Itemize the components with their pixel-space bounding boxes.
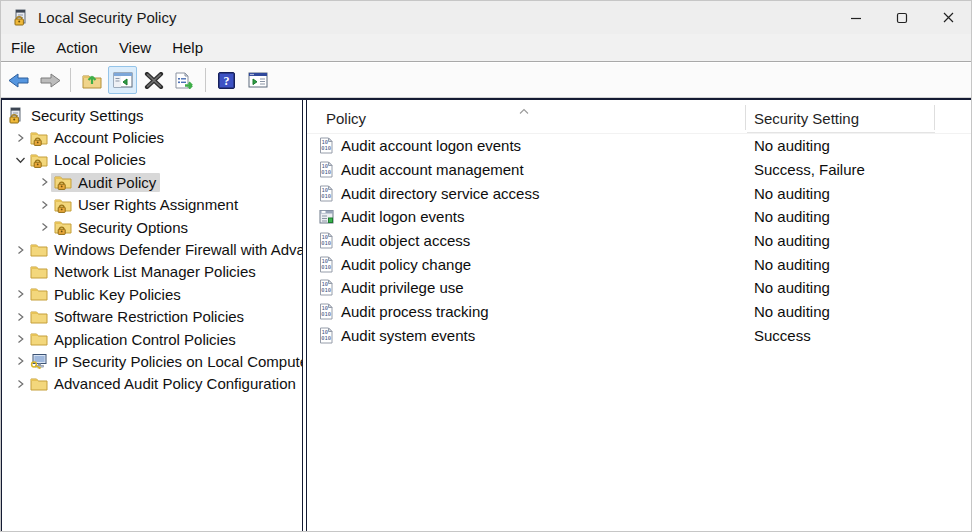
policy-row-audit-account-logon-events[interactable]: 10 010Audit account logon eventsNo audit… [307,134,971,158]
tree-item-label: Windows Defender Firewall with Advanced … [54,241,303,258]
menu-help[interactable]: Help [172,39,203,56]
tree-item-label: User Rights Assignment [78,196,238,213]
close-button[interactable] [925,1,971,34]
policy-row-audit-process-tracking[interactable]: 10 010Audit process trackingNo auditing [307,300,971,324]
tree-item-label: Local Policies [54,151,146,168]
help-button[interactable]: ? [212,66,241,94]
policy-name: Audit object access [341,232,470,249]
menu-view[interactable]: View [119,39,151,56]
details-pane: Policy Security Setting 10 010Audit acco… [306,100,972,531]
up-one-level-button[interactable] [77,66,106,94]
tree-item-windows-defender-firewall-with-advanced-security[interactable]: Windows Defender Firewall with Advanced … [2,238,302,260]
security-setting-value: No auditing [754,185,830,202]
tree-item-label: Software Restriction Policies [54,308,244,325]
tree-node[interactable]: Software Restriction Policies [27,307,248,326]
policy-name: Audit account management [341,161,524,178]
back-button[interactable] [4,66,33,94]
tree-node[interactable]: Network List Manager Policies [27,262,260,281]
tree-item-public-key-policies[interactable]: Public Key Policies [2,283,302,305]
console-tree-pane: Security Settings Account Policies Local… [1,100,303,531]
security-setting-value: Success, Failure [754,161,865,178]
tree-item-label: Audit Policy [78,174,156,191]
audit-policy-doc-icon: 10 010 [318,327,335,344]
folder-icon [30,376,48,392]
export-list-button[interactable] [170,66,199,94]
policy-row-audit-account-management[interactable]: 10 010Audit account managementSuccess, F… [307,158,971,182]
policy-row-audit-system-events[interactable]: 10 010Audit system eventsSuccess [307,324,971,348]
svg-text:10: 10 [322,282,329,288]
forward-button[interactable] [35,66,64,94]
tree-item-user-rights-assignment[interactable]: User Rights Assignment [2,194,302,216]
tree-item-label: Security Settings [31,107,144,124]
audit-policy-doc-icon: 10 010 [318,161,335,178]
tree-node[interactable]: Application Control Policies [27,330,240,349]
help-icon: ? [218,72,235,89]
minimize-button[interactable] [833,1,879,34]
tree-node[interactable]: Audit Policy [51,173,160,192]
show-console-tree-button[interactable] [108,66,137,94]
svg-text:10: 10 [322,163,329,169]
tree-node[interactable]: IP Security Policies on Local Computer [27,352,303,371]
folder-icon [30,309,48,325]
action-pane-icon [248,72,268,88]
local-security-policy-window: Local Security Policy FileActionViewHelp [0,0,972,532]
policy-row-audit-logon-events[interactable]: Audit logon eventsNo auditing [307,205,971,229]
menu-file[interactable]: File [11,39,35,56]
svg-text:010: 010 [321,288,331,294]
delete-button[interactable] [139,66,168,94]
tree-item-security-settings[interactable]: Security Settings [2,104,302,126]
security-setting-value: No auditing [754,232,830,249]
policy-row-audit-directory-service-access[interactable]: 10 010Audit directory service accessNo a… [307,181,971,205]
column-divider[interactable] [745,105,746,130]
maximize-button[interactable] [879,1,925,34]
column-divider[interactable] [934,105,935,130]
audit-policy-doc-icon: 10 010 [318,279,335,296]
audit-policy-doc-icon: 10 010 [318,137,335,154]
column-header-policy[interactable]: Policy [326,110,744,127]
menu-action[interactable]: Action [56,39,98,56]
policy-row-audit-privilege-use[interactable]: 10 010Audit privilege useNo auditing [307,276,971,300]
policy-name: Audit logon events [341,208,464,225]
content-area: Security Settings Account Policies Local… [1,98,971,531]
tree-node[interactable]: Security Options [51,218,192,237]
window-title: Local Security Policy [38,9,176,26]
tree-item-label: Advanced Audit Policy Configuration [54,375,296,392]
header-underline [747,132,935,133]
show-action-pane-button[interactable] [243,66,272,94]
tree-item-network-list-manager-policies[interactable]: Network List Manager Policies [2,261,302,283]
column-header-security-setting[interactable]: Security Setting [754,110,932,127]
tree-node[interactable]: Advanced Audit Policy Configuration [27,374,300,393]
folder-lock-icon [54,174,72,190]
tree-node[interactable]: Local Policies [27,150,150,169]
tree-item-local-policies[interactable]: Local Policies [2,149,302,171]
maximize-icon [896,12,908,24]
svg-text:010: 010 [321,146,331,152]
tree-node[interactable]: Security Settings [4,106,148,125]
ip-security-icon [30,353,48,369]
tree-node[interactable]: Account Policies [27,128,168,147]
audit-policy-doc-icon: 10 010 [318,185,335,202]
policy-row-audit-object-access[interactable]: 10 010Audit object accessNo auditing [307,229,971,253]
tree-node[interactable]: User Rights Assignment [51,195,242,214]
close-icon [942,11,955,24]
tree-item-software-restriction-policies[interactable]: Software Restriction Policies [2,306,302,328]
policy-name: Audit process tracking [341,303,489,320]
tree-item-label: Public Key Policies [54,286,181,303]
tree-item-application-control-policies[interactable]: Application Control Policies [2,328,302,350]
policy-row-audit-policy-change[interactable]: 10 010Audit policy changeNo auditing [307,252,971,276]
tree-item-security-options[interactable]: Security Options [2,216,302,238]
tree-item-ip-security-policies-on-local-computer[interactable]: IP Security Policies on Local Computer [2,350,302,372]
svg-text:10: 10 [322,329,329,335]
svg-text:010: 010 [321,335,331,341]
tree-item-advanced-audit-policy-configuration[interactable]: Advanced Audit Policy Configuration [2,373,302,395]
tree-item-label: Security Options [78,219,188,236]
tree-item-label: IP Security Policies on Local Computer [54,353,303,370]
tree-item-account-policies[interactable]: Account Policies [2,126,302,148]
policy-name: Audit policy change [341,256,471,273]
forward-arrow-icon [39,72,61,89]
tree-item-audit-policy[interactable]: Audit Policy [2,171,302,193]
toolbar: ? [1,63,971,98]
tree-node[interactable]: Public Key Policies [27,285,185,304]
tree-node[interactable]: Windows Defender Firewall with Advanced … [27,240,303,259]
toolbar-separator [70,68,71,92]
